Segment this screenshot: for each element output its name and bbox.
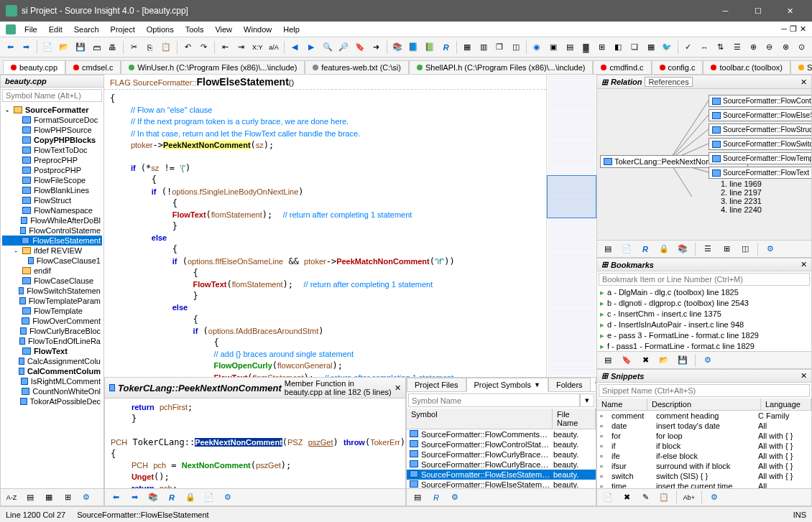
snippet-row[interactable]: ▫ifeif-else blockAll with { } — [597, 451, 811, 461]
snippet-row[interactable]: ▫switchswitch (SIS) { }All with { } — [597, 471, 811, 481]
mdi-minimize-icon[interactable]: ─ — [781, 24, 787, 34]
symbol-item[interactable]: PostprocPHP — [2, 165, 102, 175]
tile-v-button[interactable]: ▥ — [476, 39, 491, 55]
relation-graph[interactable]: TokerCLang::PeekNextNonComment SourceFor… — [597, 89, 811, 240]
doc-tab[interactable]: WinUser.h (C:\Program Files (x86)\...\in… — [121, 60, 305, 74]
rel-b3[interactable]: 📚 — [675, 241, 691, 257]
snippets-close-icon[interactable]: ✕ — [801, 371, 807, 381]
open-button[interactable]: 📂 — [57, 39, 72, 55]
bookmark-item[interactable]: ▸c - InsertChm - insert.c line 1375 — [597, 309, 811, 320]
doc-tab[interactable]: cmdfind.c — [593, 60, 651, 74]
snippet-row[interactable]: ▫timeinsert the current timeAll — [597, 481, 811, 488]
symbol-item[interactable]: CalCommentColum — [2, 366, 102, 376]
ctx-back-button[interactable]: ⬅ — [108, 490, 124, 505]
saveall-button[interactable]: 🗃 — [89, 39, 104, 55]
book1-button[interactable]: 📘 — [406, 39, 421, 55]
bookmark-item[interactable]: ▸d - InsertIsInAutoPair - insert.c line … — [597, 320, 811, 330]
t11-button[interactable]: ⇅ — [714, 39, 729, 55]
sn-new[interactable]: 📄 — [600, 490, 616, 505]
symbol-item[interactable]: FlowTextToDoc — [2, 145, 102, 155]
bm-save[interactable]: 💾 — [675, 353, 691, 368]
t8-button[interactable]: ▦ — [643, 39, 658, 55]
context-close-icon[interactable]: ✕ — [395, 383, 401, 393]
rel-gear-icon[interactable]: ⚙ — [762, 241, 778, 257]
symbol-item[interactable]: FormatSourceDoc — [2, 115, 102, 125]
search-files-button[interactable]: 🔎 — [336, 39, 351, 55]
goto-button[interactable]: ➜ — [369, 39, 384, 55]
paste-button[interactable]: 📋 — [159, 39, 174, 55]
symbol-item[interactable]: FlowOverComment — [2, 316, 102, 326]
back-button[interactable]: ⬅ — [3, 39, 18, 55]
doc-tab[interactable]: config.c — [652, 60, 703, 74]
ctx-doc-button[interactable]: 📄 — [201, 490, 217, 505]
view3-button[interactable]: ⊞ — [60, 490, 75, 505]
snip-col-desc[interactable]: Description — [647, 399, 761, 410]
snip-col-lang[interactable]: Language — [761, 399, 811, 410]
bm-b3[interactable]: ✖ — [637, 353, 653, 368]
context-code[interactable]: return pchFirst; } PCH TokerCLang::PeekN… — [105, 399, 405, 488]
view1-button[interactable]: ▤ — [22, 490, 38, 505]
ctx-r-button[interactable]: R — [164, 490, 180, 505]
symbol-item[interactable]: FlowCurlyBraceBloc — [2, 326, 102, 336]
split-button[interactable]: ◫ — [509, 39, 524, 55]
ctx-book-button[interactable]: 📚 — [145, 490, 161, 505]
bookmark-item[interactable]: ▸a - DlgMain - dlg.c (toolbox) line 1825 — [597, 287, 811, 298]
doc-tab[interactable]: features-web.txt (C:\si) — [305, 60, 409, 74]
symbol-item[interactable]: -ifdef REVIEW — [2, 246, 102, 256]
format-button[interactable]: X:Y — [250, 39, 265, 55]
snippet-row[interactable]: ▫dateinsert today's dateAll — [597, 421, 811, 431]
symbol-item[interactable]: FlowStruct — [2, 195, 102, 205]
symbol-item[interactable]: FlowTemplateParam — [2, 296, 102, 306]
view2-button[interactable]: ▦ — [41, 490, 57, 505]
ctx-lock-button[interactable]: 🔒 — [183, 490, 198, 505]
bookmark-list[interactable]: ▸a - DlgMain - dlg.c (toolbox) line 1825… — [597, 287, 811, 351]
menu-help[interactable]: Help — [277, 24, 305, 35]
maximize-button[interactable]: ☐ — [742, 0, 774, 22]
project-symbol-dropdown-icon[interactable]: ▾ — [580, 393, 594, 407]
book2-button[interactable]: 📗 — [423, 39, 438, 55]
t1-button[interactable]: ◉ — [530, 39, 545, 55]
symbol-item[interactable]: endif — [2, 266, 102, 276]
bookmark-item[interactable]: ▸f - pass1 - FormatLine - format.c line … — [597, 341, 811, 351]
symbol-item[interactable]: FlowCaseClause1 — [2, 256, 102, 266]
symbol-item[interactable]: FlowWhileAfterDoBl — [2, 215, 102, 225]
symbol-tree[interactable]: -SourceFormatterFormatSourceDocFlowPHPSo… — [1, 103, 103, 488]
symbol-search-input[interactable] — [2, 89, 102, 102]
rel-b5[interactable]: ⊞ — [719, 241, 734, 257]
t12-button[interactable]: ☰ — [729, 39, 744, 55]
rel-lock[interactable]: 🔒 — [656, 241, 672, 257]
minimap-viewport[interactable] — [547, 175, 596, 218]
t3-button[interactable]: ▤ — [562, 39, 577, 55]
bookmarks-close-icon[interactable]: ✕ — [801, 260, 807, 269]
redo-button[interactable]: ↷ — [196, 39, 211, 55]
mdi-restore-icon[interactable]: ❐ — [790, 24, 797, 34]
snippet-row[interactable]: ▫forfor loopAll with { } — [597, 431, 811, 441]
t6-button[interactable]: ◧ — [611, 39, 626, 55]
symbol-item[interactable]: FlowSwitchStatemen — [2, 286, 102, 296]
sort-az-button[interactable]: A-Z — [4, 490, 19, 505]
relation-r-button[interactable]: R — [438, 39, 453, 55]
rel-b6[interactable]: ◫ — [737, 241, 753, 257]
symbol-item[interactable]: FlowText — [2, 346, 102, 356]
cascade-button[interactable]: ❐ — [492, 39, 507, 55]
project-symbol-row[interactable]: SourceFormatter::FlowCommentsAndNewLineb… — [407, 429, 596, 439]
t2-button[interactable]: ▣ — [546, 39, 561, 55]
col-filename[interactable]: File Name — [553, 409, 596, 429]
t7-button[interactable]: ❏ — [627, 39, 642, 55]
gear-icon[interactable]: ⚙ — [78, 490, 94, 505]
project-symbol-row[interactable]: SourceFormatter::FlowControlStatementbea… — [407, 439, 596, 449]
doc-tab[interactable]: Search Results — [790, 60, 812, 74]
relation-node[interactable]: SourceFormatter::FlowControlStatemen — [709, 95, 811, 107]
app-menu-icon[interactable] — [6, 24, 16, 34]
menu-file[interactable]: File — [19, 24, 43, 35]
bookmark-item[interactable]: ▸b - dlgnoti - dlgprop.c (toolbox) line … — [597, 298, 811, 309]
symbol-item[interactable]: CountNonWhiteOnl — [2, 386, 102, 396]
bookmark-item[interactable]: ▸e - pass 3 - FormatLine - format.c line… — [597, 330, 811, 341]
symbol-item[interactable]: FlowPHPSource — [2, 125, 102, 135]
snippet-row[interactable]: ▫ifsursurround with if blockAll with { } — [597, 461, 811, 471]
forward-button[interactable]: ➡ — [19, 39, 34, 55]
col-symbol[interactable]: Symbol — [407, 409, 553, 429]
rel-b1[interactable]: ▤ — [600, 241, 616, 257]
indent-right-button[interactable]: ⇥ — [234, 39, 249, 55]
mdi-close-icon[interactable]: ✕ — [800, 24, 806, 34]
